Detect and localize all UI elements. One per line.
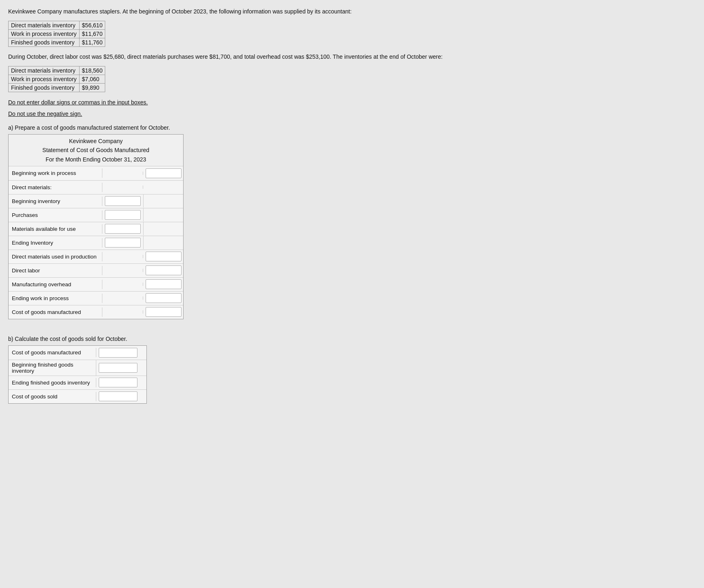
cogs-row-label: Cost of goods manufactured <box>9 348 96 357</box>
cogs-row: Cost of goods manufactured <box>9 346 146 360</box>
inventory-label: Work in process inventory <box>9 30 80 38</box>
cogm-input-col1[interactable] <box>105 210 141 220</box>
cogm-col2[interactable] <box>143 305 184 318</box>
inventory-value: $11,760 <box>79 38 105 47</box>
cogm-col1 <box>102 269 143 272</box>
cogm-row-label: Purchases <box>9 210 102 220</box>
cogm-row: Direct labor <box>9 263 183 277</box>
cogm-col2 <box>144 213 184 217</box>
note1: Do not enter dollar signs or commas in t… <box>8 98 696 107</box>
cogm-col1[interactable] <box>102 222 144 235</box>
cogm-input-col2[interactable] <box>146 168 182 178</box>
cogm-col1 <box>102 296 143 300</box>
cogm-row: Purchases <box>9 208 183 222</box>
ending-inventory-table: Direct materials inventory$18,560Work in… <box>8 66 105 92</box>
cogm-input-col1[interactable] <box>105 238 141 248</box>
cogm-row: Materials available for use <box>9 222 183 236</box>
cogm-col2 <box>144 199 184 203</box>
cogm-col1 <box>102 255 143 258</box>
cogs-col[interactable] <box>96 346 141 359</box>
cogm-input-col1[interactable] <box>105 224 141 234</box>
cogm-row: Beginning inventory <box>9 194 183 208</box>
cogm-col1[interactable] <box>102 208 144 221</box>
cogm-col1 <box>102 283 143 286</box>
cogs-row: Beginning finished goods inventory <box>9 360 146 376</box>
cogm-title1: Kevinkwee Company <box>13 137 179 146</box>
cogs-row-label: Cost of goods sold <box>9 392 96 401</box>
cogs-col[interactable] <box>96 376 141 389</box>
inventory-value: $18,560 <box>79 66 105 75</box>
cogm-statement: Kevinkwee Company Statement of Cost of G… <box>8 134 184 319</box>
cogm-col2 <box>143 186 184 189</box>
cogm-col1 <box>102 172 143 175</box>
inventory-label: Direct materials inventory <box>9 21 80 30</box>
cogm-row: Ending Inventory <box>9 236 183 250</box>
ending-inventory-row: Direct materials inventory$18,560 <box>9 66 105 75</box>
cogm-row-label: Direct materials used in production <box>9 252 102 261</box>
beginning-inventory-row: Direct materials inventory$56,610 <box>9 21 105 30</box>
cogm-input-col2[interactable] <box>146 279 182 289</box>
cogm-col2[interactable] <box>143 278 184 291</box>
inventory-value: $11,670 <box>79 30 105 38</box>
cogm-row: Cost of goods manufactured <box>9 305 183 319</box>
cogm-col2[interactable] <box>143 250 184 263</box>
inventory-value: $9,890 <box>79 84 105 92</box>
cogm-input-col2[interactable] <box>146 265 182 275</box>
inventory-value: $7,060 <box>79 75 105 84</box>
cogm-row: Direct materials used in production <box>9 250 183 263</box>
beginning-inventory-row: Work in process inventory$11,670 <box>9 30 105 38</box>
cogs-col[interactable] <box>96 361 141 374</box>
inventory-label: Finished goods inventory <box>9 38 80 47</box>
cogm-input-col2[interactable] <box>146 307 182 317</box>
cogs-input[interactable] <box>99 348 137 358</box>
cogm-row-label: Manufacturing overhead <box>9 280 102 289</box>
cogm-col2 <box>144 227 184 230</box>
inventory-label: Finished goods inventory <box>9 84 80 92</box>
cogs-row: Cost of goods sold <box>9 389 146 403</box>
cogm-title2: Statement of Cost of Goods Manufactured <box>13 146 179 155</box>
cogs-input[interactable] <box>99 391 137 401</box>
cogm-row: Manufacturing overhead <box>9 277 183 291</box>
cogm-row-label: Direct labor <box>9 266 102 275</box>
beginning-inventory-table: Direct materials inventory$56,610Work in… <box>8 21 105 47</box>
cogm-input-col1[interactable] <box>105 196 141 206</box>
cogm-col1 <box>102 310 143 314</box>
cogm-title3: For the Month Ending October 31, 2023 <box>13 155 179 164</box>
cogm-col1 <box>102 186 143 189</box>
cogs-col[interactable] <box>96 390 141 403</box>
inventory-label: Direct materials inventory <box>9 66 80 75</box>
cogm-row-label: Ending Inventory <box>9 238 102 248</box>
cogm-input-col2[interactable] <box>146 252 182 261</box>
cogs-input[interactable] <box>99 363 137 373</box>
cogm-input-col2[interactable] <box>146 293 182 303</box>
cogm-col1[interactable] <box>102 236 144 249</box>
beginning-inventory-row: Finished goods inventory$11,760 <box>9 38 105 47</box>
cogm-row: Ending work in process <box>9 291 183 305</box>
cogm-col2[interactable] <box>143 292 184 305</box>
cogm-row: Beginning work in process <box>9 166 183 180</box>
ending-inventory-row: Finished goods inventory$9,890 <box>9 84 105 92</box>
cogm-row-label: Beginning work in process <box>9 168 102 178</box>
cogm-row-label: Materials available for use <box>9 224 102 234</box>
cogm-col2[interactable] <box>143 167 184 180</box>
inventory-value: $56,610 <box>79 21 105 30</box>
inventory-label: Work in process inventory <box>9 75 80 84</box>
intro-paragraph2: During October, direct labor cost was $2… <box>8 53 696 61</box>
note2: Do not use the negative sign. <box>8 109 696 118</box>
cogm-col1[interactable] <box>102 195 144 208</box>
cogm-row-label: Cost of goods manufactured <box>9 307 102 317</box>
cogs-input[interactable] <box>99 378 137 387</box>
cogs-row: Ending finished goods inventory <box>9 376 146 389</box>
cogm-row-label: Ending work in process <box>9 294 102 303</box>
cogm-col2[interactable] <box>143 264 184 277</box>
intro-paragraph1: Kevinkwee Company manufactures staplers.… <box>8 7 696 16</box>
cogm-row-label: Beginning inventory <box>9 197 102 206</box>
section-a-label: a) Prepare a cost of goods manufactured … <box>8 124 696 131</box>
cogm-row-label: Direct materials: <box>9 183 102 192</box>
cogs-row-label: Ending finished goods inventory <box>9 378 96 387</box>
cogs-row-label: Beginning finished goods inventory <box>9 360 96 376</box>
ending-inventory-row: Work in process inventory$7,060 <box>9 75 105 84</box>
section-b-label: b) Calculate the cost of goods sold for … <box>8 336 696 342</box>
cogm-col2 <box>144 241 184 244</box>
cogs-table: Cost of goods manufacturedBeginning fini… <box>8 345 147 404</box>
